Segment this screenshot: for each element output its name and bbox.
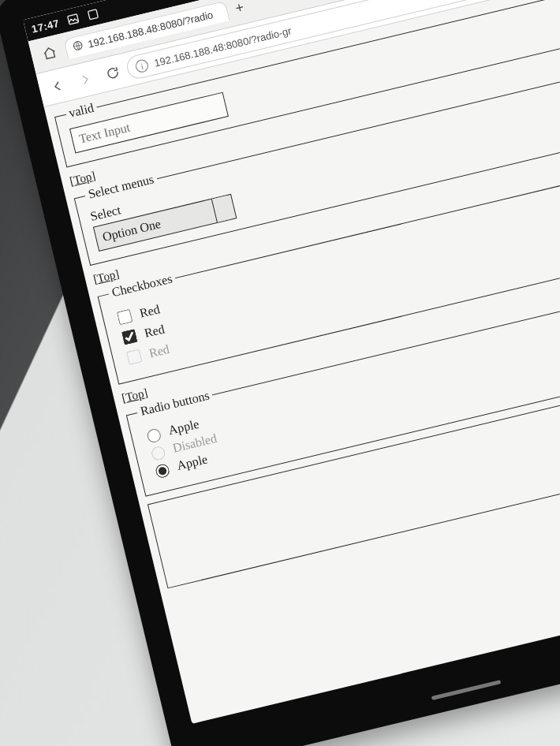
checkbox-label: Red <box>138 302 161 321</box>
radio-input[interactable] <box>146 427 162 443</box>
top-link-label[interactable]: Top <box>125 387 145 404</box>
checkbox-input[interactable] <box>121 329 137 345</box>
back-button[interactable] <box>41 70 73 103</box>
svg-rect-0 <box>67 14 78 24</box>
checkbox-label: Red <box>147 341 170 360</box>
radio-input[interactable] <box>155 463 170 479</box>
site-info-icon[interactable]: i <box>134 58 149 73</box>
tablet-device: 17:47 <box>0 0 560 746</box>
reload-button[interactable] <box>97 57 129 89</box>
radio-input <box>150 446 166 461</box>
new-tab-button[interactable]: + <box>228 0 251 19</box>
screen: 17:47 <box>23 0 560 724</box>
checkbox-input[interactable] <box>117 309 133 325</box>
notification-icon <box>85 7 100 22</box>
top-link-label[interactable]: Top <box>95 268 116 285</box>
legend-valid: valid <box>64 100 98 121</box>
top-link-label[interactable]: Top <box>73 170 93 187</box>
checkbox-input <box>126 349 142 364</box>
status-clock: 17:47 <box>30 17 60 35</box>
select-value: Option One <box>101 217 162 244</box>
svg-rect-1 <box>88 9 98 20</box>
forward-button[interactable] <box>69 63 101 95</box>
image-icon <box>65 12 80 27</box>
chevron-down-icon <box>220 207 227 212</box>
page-content: valid Top Select menus Select Option One… <box>44 0 560 621</box>
checkbox-label: Red <box>143 322 166 341</box>
radio-label: Apple <box>176 452 209 473</box>
home-button[interactable] <box>33 37 65 69</box>
tab-favicon-globe-icon <box>71 39 85 54</box>
